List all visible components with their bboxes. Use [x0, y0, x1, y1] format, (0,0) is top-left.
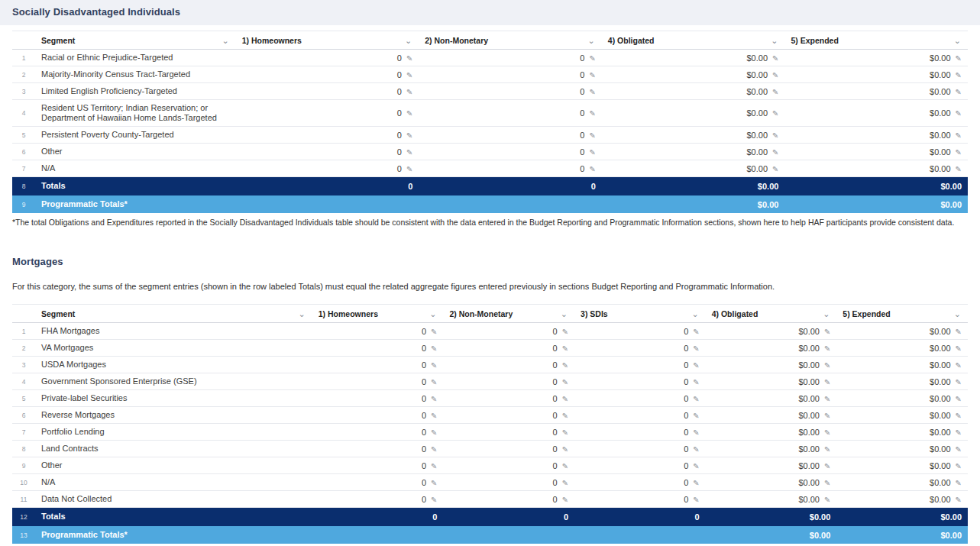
- edit-icon[interactable]: ✎: [772, 165, 778, 173]
- edit-icon[interactable]: ✎: [562, 395, 568, 403]
- edit-icon[interactable]: ✎: [431, 462, 437, 470]
- edit-icon[interactable]: ✎: [956, 328, 962, 336]
- edit-icon[interactable]: ✎: [824, 328, 830, 336]
- edit-icon[interactable]: ✎: [562, 378, 568, 386]
- edit-icon[interactable]: ✎: [589, 71, 595, 79]
- chevron-down-icon[interactable]: ⌄: [298, 311, 306, 318]
- edit-icon[interactable]: ✎: [772, 88, 778, 96]
- edit-icon[interactable]: ✎: [956, 71, 962, 79]
- edit-icon[interactable]: ✎: [693, 428, 699, 437]
- edit-icon[interactable]: ✎: [956, 109, 962, 118]
- edit-icon[interactable]: ✎: [406, 165, 412, 173]
- edit-icon[interactable]: ✎: [589, 54, 595, 63]
- edit-icon[interactable]: ✎: [693, 361, 699, 370]
- edit-icon[interactable]: ✎: [956, 479, 962, 487]
- edit-icon[interactable]: ✎: [824, 428, 830, 437]
- edit-icon[interactable]: ✎: [956, 165, 962, 173]
- edit-icon[interactable]: ✎: [693, 445, 699, 454]
- edit-icon[interactable]: ✎: [431, 328, 437, 336]
- chevron-down-icon[interactable]: ⌄: [770, 37, 778, 44]
- edit-icon[interactable]: ✎: [693, 496, 699, 504]
- chevron-down-icon[interactable]: ⌄: [822, 311, 830, 318]
- edit-icon[interactable]: ✎: [824, 378, 830, 386]
- value-cell: 0✎: [443, 424, 574, 441]
- edit-icon[interactable]: ✎: [693, 328, 699, 336]
- edit-icon[interactable]: ✎: [772, 109, 778, 118]
- edit-icon[interactable]: ✎: [956, 496, 962, 504]
- edit-icon[interactable]: ✎: [562, 361, 568, 370]
- edit-icon[interactable]: ✎: [956, 378, 962, 386]
- edit-icon[interactable]: ✎: [431, 445, 437, 454]
- edit-icon[interactable]: ✎: [406, 54, 412, 63]
- edit-icon[interactable]: ✎: [824, 462, 830, 470]
- edit-icon[interactable]: ✎: [693, 479, 699, 487]
- chevron-down-icon[interactable]: ⌄: [587, 37, 596, 44]
- edit-icon[interactable]: ✎: [956, 344, 962, 353]
- chevron-down-icon[interactable]: ⌄: [953, 37, 962, 44]
- edit-icon[interactable]: ✎: [693, 395, 699, 403]
- edit-icon[interactable]: ✎: [693, 344, 699, 353]
- cell-value: 0: [553, 344, 558, 353]
- edit-icon[interactable]: ✎: [406, 131, 412, 140]
- edit-icon[interactable]: ✎: [772, 71, 778, 79]
- edit-icon[interactable]: ✎: [772, 148, 778, 157]
- edit-icon[interactable]: ✎: [431, 496, 437, 504]
- edit-icon[interactable]: ✎: [824, 412, 830, 420]
- edit-icon[interactable]: ✎: [562, 496, 568, 504]
- edit-icon[interactable]: ✎: [406, 109, 412, 118]
- segment-cell: Racial or Ethnic Prejudice-Targeted: [35, 50, 236, 66]
- edit-icon[interactable]: ✎: [824, 361, 830, 370]
- edit-icon[interactable]: ✎: [956, 428, 962, 437]
- chevron-down-icon[interactable]: ⌄: [953, 311, 962, 318]
- edit-icon[interactable]: ✎: [589, 88, 595, 96]
- edit-icon[interactable]: ✎: [772, 54, 778, 63]
- edit-icon[interactable]: ✎: [693, 462, 699, 470]
- edit-icon[interactable]: ✎: [824, 496, 830, 504]
- edit-icon[interactable]: ✎: [431, 361, 437, 370]
- chevron-down-icon[interactable]: ⌄: [221, 37, 229, 44]
- chevron-down-icon[interactable]: ⌄: [404, 37, 412, 44]
- edit-icon[interactable]: ✎: [562, 462, 568, 470]
- chevron-down-icon[interactable]: ⌄: [560, 311, 568, 318]
- edit-icon[interactable]: ✎: [824, 479, 830, 487]
- edit-icon[interactable]: ✎: [824, 395, 830, 403]
- edit-icon[interactable]: ✎: [772, 131, 778, 140]
- edit-icon[interactable]: ✎: [562, 344, 568, 353]
- edit-icon[interactable]: ✎: [562, 428, 568, 437]
- edit-icon[interactable]: ✎: [562, 412, 568, 420]
- edit-icon[interactable]: ✎: [824, 445, 830, 454]
- edit-icon[interactable]: ✎: [956, 148, 962, 157]
- edit-icon[interactable]: ✎: [589, 131, 595, 140]
- edit-icon[interactable]: ✎: [693, 412, 699, 420]
- edit-icon[interactable]: ✎: [956, 445, 962, 454]
- edit-icon[interactable]: ✎: [406, 88, 412, 96]
- edit-icon[interactable]: ✎: [956, 412, 962, 420]
- edit-icon[interactable]: ✎: [956, 361, 962, 370]
- edit-icon[interactable]: ✎: [431, 479, 437, 487]
- edit-icon[interactable]: ✎: [956, 395, 962, 403]
- edit-icon[interactable]: ✎: [562, 445, 568, 454]
- edit-icon[interactable]: ✎: [824, 344, 830, 353]
- edit-icon[interactable]: ✎: [431, 412, 437, 420]
- edit-icon[interactable]: ✎: [589, 165, 595, 173]
- edit-icon[interactable]: ✎: [406, 71, 412, 79]
- value-cell: 0✎: [574, 323, 706, 340]
- edit-icon[interactable]: ✎: [406, 148, 412, 157]
- edit-icon[interactable]: ✎: [431, 378, 437, 386]
- edit-icon[interactable]: ✎: [431, 344, 437, 353]
- edit-icon[interactable]: ✎: [431, 395, 437, 403]
- edit-icon[interactable]: ✎: [589, 148, 595, 157]
- edit-icon[interactable]: ✎: [693, 378, 699, 386]
- edit-icon[interactable]: ✎: [431, 428, 437, 437]
- value-cell: $0.00✎: [836, 340, 968, 357]
- chevron-down-icon[interactable]: ⌄: [429, 311, 437, 318]
- edit-icon[interactable]: ✎: [562, 328, 568, 336]
- edit-icon[interactable]: ✎: [956, 462, 962, 470]
- edit-icon[interactable]: ✎: [956, 54, 962, 63]
- edit-icon[interactable]: ✎: [956, 131, 962, 140]
- edit-icon[interactable]: ✎: [589, 109, 595, 118]
- chevron-down-icon[interactable]: ⌄: [691, 311, 699, 318]
- edit-icon[interactable]: ✎: [562, 479, 568, 487]
- edit-icon[interactable]: ✎: [956, 88, 962, 96]
- cell-value: 0: [397, 53, 402, 63]
